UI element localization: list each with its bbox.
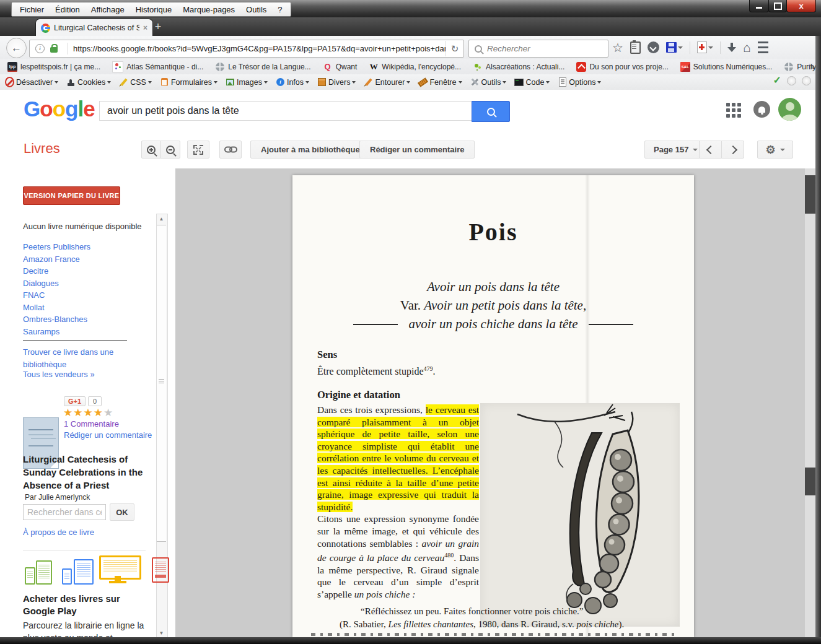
previous-page-button[interactable]	[699, 141, 722, 159]
devtool-options[interactable]: Options	[558, 77, 601, 87]
menu-affichage[interactable]: Affichage	[86, 5, 130, 14]
buy-print-book-button[interactable]: VERSION PAPIER DU LIVRE	[23, 186, 120, 205]
https-lock-icon[interactable]	[50, 47, 58, 53]
menu-edition[interactable]: Édition	[50, 5, 86, 14]
restore-button[interactable]	[768, 0, 787, 12]
all-sellers-link[interactable]: Tous les vendeurs »	[23, 370, 95, 379]
google-search-input[interactable]	[99, 101, 472, 121]
new-tab-button[interactable]: +	[150, 20, 166, 34]
seller-link-mollat[interactable]: Mollat	[23, 302, 90, 314]
window-controls: x	[750, 0, 816, 12]
bookmark-tresor[interactable]: Le Trésor de la Langue...	[215, 62, 310, 72]
chevron-left-icon	[706, 145, 714, 154]
menu-historique[interactable]: Historique	[130, 5, 178, 14]
devtool-entourer[interactable]: Entourer	[364, 77, 410, 87]
devtool-infos[interactable]: Infos	[276, 77, 309, 87]
hamburger-menu-icon[interactable]	[758, 41, 768, 53]
seller-link-ombres[interactable]: Ombres-Blanches	[23, 313, 90, 326]
content-scrollbar-thumb[interactable]	[805, 468, 815, 495]
scrollbar-thumb[interactable]	[157, 225, 166, 542]
seller-link-fnac[interactable]: FNAC	[23, 289, 90, 302]
home-icon[interactable]: ⌂	[743, 41, 751, 54]
settings-button[interactable]: ⚙	[757, 141, 793, 159]
seller-link-peeters[interactable]: Peeters Publishers	[23, 241, 90, 253]
menu-help[interactable]: ?	[272, 5, 288, 14]
scroll-up-icon[interactable]: ▲	[157, 214, 166, 224]
bookmark-atlas[interactable]: Atlas Sémantique - di...	[112, 61, 203, 72]
bookmark-solutions[interactable]: Solutions Numériques...	[680, 62, 772, 72]
write-review-button[interactable]: Rédiger un commentaire	[359, 141, 475, 159]
google-search-button[interactable]	[472, 101, 510, 122]
account-avatar[interactable]	[778, 98, 801, 121]
add-to-library-button[interactable]: Ajouter à ma bibliothèque	[250, 141, 371, 159]
devtool-code[interactable]: Code	[514, 77, 550, 87]
menu-fichier[interactable]: Fichier	[14, 5, 50, 14]
search-ok-button[interactable]: OK	[110, 503, 134, 521]
menu-outils[interactable]: Outils	[240, 5, 272, 14]
google-logo[interactable]: Google	[24, 97, 95, 121]
devtool-images[interactable]: Images	[226, 77, 268, 87]
rating-stars[interactable]: ★★★★★	[63, 406, 113, 419]
menu-marque-pages[interactable]: Marque-pages	[177, 5, 240, 14]
page-selector-button[interactable]: Page 157	[644, 141, 707, 159]
bookmark-wikipedia[interactable]: Wikipédia, l'encyclopé...	[369, 62, 461, 72]
seller-link-amazon[interactable]: Amazon France	[23, 253, 90, 266]
save-page-icon[interactable]	[666, 42, 677, 53]
link-button[interactable]	[219, 141, 242, 159]
reload-icon[interactable]: ↻	[446, 41, 463, 56]
review-count-link[interactable]: 1 Commentaire	[64, 419, 119, 429]
notifications-bell-icon[interactable]	[753, 101, 770, 118]
seller-link-sauramps[interactable]: Sauramps	[23, 326, 90, 338]
validation-check-icon[interactable]: ✓	[773, 76, 781, 85]
search-in-book-input[interactable]	[23, 504, 106, 520]
zoom-in-button[interactable]	[141, 141, 161, 159]
bookmarks-overflow-chevron[interactable]: »	[810, 62, 815, 71]
about-book-link[interactable]: À propos de ce livre	[23, 528, 94, 537]
content-scrollbar[interactable]	[805, 168, 815, 637]
next-page-button[interactable]	[721, 141, 744, 159]
books-product-name[interactable]: Livres	[24, 141, 60, 157]
devtool-formulaires[interactable]: Formulaires	[160, 77, 217, 87]
lespetitspois-favicon	[7, 62, 17, 72]
addon-doc-icon[interactable]	[697, 41, 707, 53]
bookmark-alsacreations[interactable]: Alsacréations : Actuali...	[473, 62, 564, 72]
scroll-down-icon[interactable]: ▼	[157, 629, 166, 638]
page-info-icon[interactable]	[35, 44, 45, 53]
pocket-icon[interactable]	[648, 41, 659, 53]
google-apps-grid-icon[interactable]	[726, 103, 741, 118]
seller-link-dialogues[interactable]: Dialogues	[23, 277, 90, 290]
bookmark-lespetitspois[interactable]: lespetitspois.fr | ça me...	[7, 62, 100, 72]
seller-link-decitre[interactable]: Decitre	[23, 265, 90, 277]
gplus-button[interactable]: G+1	[64, 396, 86, 406]
zoom-out-button[interactable]	[160, 141, 180, 159]
outline-pencil-icon	[365, 78, 372, 85]
back-button[interactable]: ←	[6, 38, 27, 58]
bookmark-duson[interactable]: Du son pour vos proje...	[576, 62, 668, 72]
find-in-library-link[interactable]: Trouver ce livre dans une bibliothèque	[23, 346, 122, 370]
devtool-css[interactable]: CSS	[119, 77, 152, 87]
minimize-button[interactable]	[749, 0, 769, 12]
fullscreen-button[interactable]	[187, 141, 209, 159]
search-placeholder: Rechercher	[487, 44, 530, 53]
tab-close-icon[interactable]: ×	[143, 24, 147, 32]
browser-search-box[interactable]: Rechercher	[468, 40, 608, 58]
url-bar[interactable]: https://books.google.fr/books?id=5WvgEJ3…	[29, 40, 464, 58]
close-button[interactable]: x	[786, 0, 816, 12]
browser-tab[interactable]: Liturgical Catechesis of Su... ×	[35, 19, 153, 37]
devtool-divers[interactable]: Divers	[317, 77, 356, 87]
bookmark-star-icon[interactable]: ☆	[612, 41, 623, 54]
downloads-icon[interactable]	[727, 43, 736, 53]
write-review-link[interactable]: Rédiger un commentaire	[64, 430, 152, 440]
bookmarks-menu-icon[interactable]	[630, 41, 641, 54]
content-scrollbar-thumb[interactable]	[805, 175, 815, 214]
devtool-cookies[interactable]: Cookies	[66, 77, 111, 87]
addon-dropdown-caret[interactable]	[708, 46, 713, 49]
search-icon	[475, 45, 482, 53]
devtool-desactiver[interactable]: Désactiver	[5, 77, 58, 87]
status-led-icon	[802, 76, 811, 85]
devtool-fenetre[interactable]: Fenêtre	[418, 77, 462, 87]
bookmark-qwant[interactable]: Qwant	[323, 62, 358, 72]
save-dropdown-caret[interactable]	[678, 46, 683, 49]
url-text[interactable]: https://books.google.fr/books?id=5WvgEJ3…	[73, 44, 446, 53]
devtool-outils[interactable]: Outils	[470, 77, 507, 87]
